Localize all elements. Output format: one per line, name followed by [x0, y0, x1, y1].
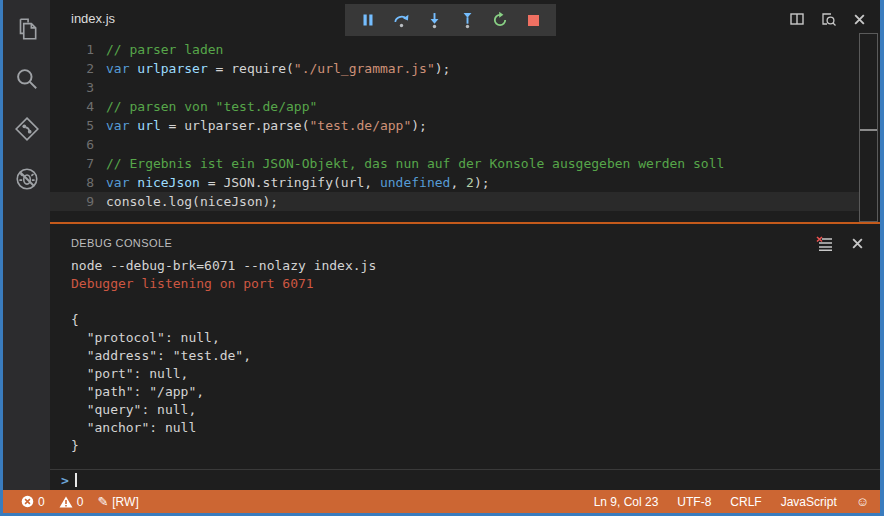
code-lines: 1// parser laden2var urlparser = require… [50, 40, 860, 211]
status-bar-right: Ln 9, Col 23UTF-8CRLFJavaScript☺ [594, 495, 869, 509]
status-item-label: Ln 9, Col 23 [594, 495, 659, 509]
code-text [98, 135, 106, 154]
editor-actions [788, 10, 868, 28]
code-text: // parsen von "test.de/app" [98, 97, 317, 116]
status-item-label: UTF-8 [677, 495, 711, 509]
text-cursor [75, 473, 77, 487]
console-prompt: > [61, 473, 69, 488]
code-line-7[interactable]: 7// Ergebnis ist ein JSON-Objekt, das nu… [50, 154, 860, 173]
activity-bar [3, 0, 50, 490]
scrollbar-mark [860, 129, 877, 131]
code-line-2[interactable]: 2var urlparser = require("./url_grammar.… [50, 59, 860, 78]
smiley-icon: ☺ [856, 495, 869, 509]
code-text: // Ergebnis ist ein JSON-Objekt, das nun… [98, 154, 724, 173]
search-icon[interactable] [12, 64, 42, 94]
code-line-3[interactable]: 3 [50, 78, 860, 97]
line-number: 4 [50, 97, 98, 116]
stop-button[interactable] [523, 9, 543, 31]
console-input[interactable]: > [50, 469, 880, 490]
status-item-right-3[interactable]: CRLF [730, 495, 761, 509]
clear-console-icon[interactable] [815, 234, 833, 252]
console-line-1: node --debug-brk=6071 --nolazy index.js [71, 257, 856, 275]
line-number: 8 [50, 173, 98, 192]
code-text: var niceJson = JSON.stringify(url, undef… [98, 173, 490, 192]
status-item-label: CRLF [730, 495, 761, 509]
close-editor-icon[interactable] [850, 10, 868, 28]
console-line-9: "query": null, [71, 401, 856, 419]
debug-toolbar [345, 4, 556, 36]
restart-button[interactable] [490, 9, 510, 31]
close-panel-icon[interactable] [848, 234, 866, 252]
console-line-4: { [71, 311, 856, 329]
code-text [98, 78, 106, 97]
debug-console-panel: DEBUG CONSOLE node --debug-brk=6071 --no… [50, 224, 880, 490]
step-over-button[interactable] [391, 9, 411, 31]
status-item-left-1[interactable]: 0 [21, 495, 45, 509]
vscode-window: index.js [0, 0, 884, 516]
code-line-1[interactable]: 1// parser laden [50, 40, 860, 59]
step-out-button[interactable] [457, 9, 477, 31]
code-line-8[interactable]: 8var niceJson = JSON.stringify(url, unde… [50, 173, 860, 192]
panel-actions [815, 234, 866, 252]
warning-icon [59, 496, 73, 508]
status-item-right-1[interactable]: Ln 9, Col 23 [594, 495, 659, 509]
status-item-right-2[interactable]: UTF-8 [677, 495, 711, 509]
step-into-button[interactable] [424, 9, 444, 31]
status-item-label: 0 [77, 495, 84, 509]
workbench: index.js [3, 0, 880, 513]
status-item-label: 0 [38, 495, 45, 509]
open-preview-icon[interactable] [819, 10, 837, 28]
console-output: node --debug-brk=6071 --nolazy index.jsD… [71, 257, 856, 455]
status-item-right-4[interactable]: JavaScript [781, 495, 837, 509]
console-line-6: "address": "test.de", [71, 347, 856, 365]
editor-scrollbar[interactable] [859, 33, 878, 222]
debug-icon[interactable] [12, 164, 42, 194]
code-line-9[interactable]: 9console.log(niceJson); [50, 192, 860, 211]
editor-tab-title[interactable]: index.js [71, 11, 115, 26]
console-line-11: } [71, 437, 856, 455]
status-item-label: JavaScript [781, 495, 837, 509]
line-number: 3 [50, 78, 98, 97]
code-text: // parser laden [98, 40, 223, 59]
code-line-4[interactable]: 4// parsen von "test.de/app" [50, 97, 860, 116]
source-control-icon[interactable] [12, 114, 42, 144]
status-bar: 00✎[RW] Ln 9, Col 23UTF-8CRLFJavaScript☺ [3, 490, 880, 513]
console-line-10: "anchor": null [71, 419, 856, 437]
line-number: 1 [50, 40, 98, 59]
code-text: console.log(niceJson); [98, 192, 278, 211]
panel-title: DEBUG CONSOLE [71, 237, 172, 249]
console-line-5: "protocol": null, [71, 329, 856, 347]
console-line-8: "path": "/app", [71, 383, 856, 401]
code-line-5[interactable]: 5var url = urlparser.parse("test.de/app"… [50, 116, 860, 135]
console-line-3 [71, 293, 856, 311]
explorer-icon[interactable] [12, 14, 42, 44]
status-bar-left: 00✎[RW] [21, 495, 139, 509]
console-line-7: "port": null, [71, 365, 856, 383]
line-number: 6 [50, 135, 98, 154]
status-item-left-3[interactable]: ✎[RW] [97, 495, 138, 509]
error-icon [21, 495, 34, 508]
status-item-right-5[interactable]: ☺ [856, 495, 869, 509]
code-line-6[interactable]: 6 [50, 135, 860, 154]
split-editor-icon[interactable] [788, 10, 806, 28]
line-number: 2 [50, 59, 98, 78]
status-item-left-2[interactable]: 0 [59, 495, 84, 509]
line-number: 5 [50, 116, 98, 135]
status-item-label: [RW] [112, 495, 138, 509]
pencil-icon: ✎ [97, 495, 108, 509]
line-number: 9 [50, 192, 98, 211]
editor-pane: index.js [50, 0, 880, 222]
console-line-2: Debugger listening on port 6071 [71, 275, 856, 293]
pause-button[interactable] [358, 9, 378, 31]
line-number: 7 [50, 154, 98, 173]
code-text: var urlparser = require("./url_grammar.j… [98, 59, 450, 78]
code-text: var url = urlparser.parse("test.de/app")… [98, 116, 427, 135]
